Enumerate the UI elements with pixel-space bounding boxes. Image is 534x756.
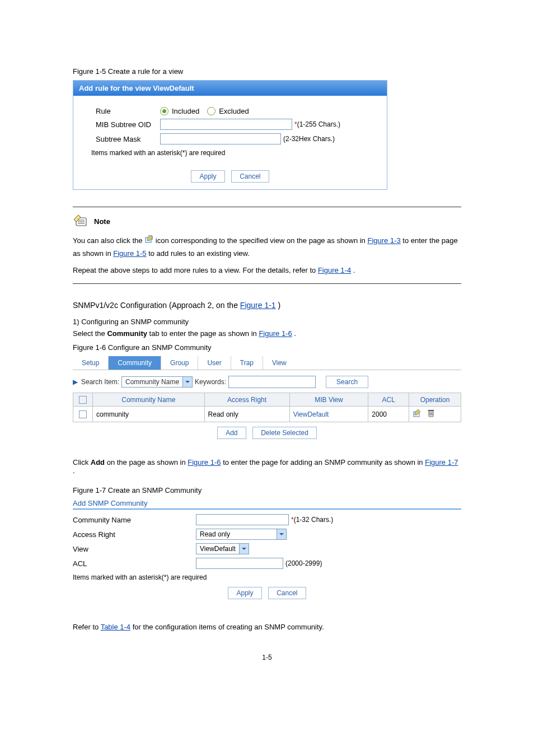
link-figure-1-6[interactable]: Figure 1-6 bbox=[259, 329, 292, 338]
row-checkbox[interactable] bbox=[79, 410, 87, 418]
acl-hint: (2000-2999) bbox=[285, 559, 322, 567]
tab-group[interactable]: Group bbox=[161, 356, 198, 370]
page-number: 1-5 bbox=[73, 654, 461, 661]
radio-included[interactable] bbox=[160, 107, 168, 115]
link-figure-1-5[interactable]: Figure 1-5 bbox=[113, 249, 146, 258]
search-item-label: Search Item: bbox=[81, 378, 119, 386]
delete-selected-button[interactable]: Delete Selected bbox=[252, 427, 317, 439]
edit-icon bbox=[144, 235, 153, 248]
panel-rule bbox=[73, 508, 461, 510]
arrow-icon: ▶ bbox=[73, 378, 78, 386]
hr bbox=[73, 207, 461, 207]
required-note-2: Items marked with an asterisk(*) are req… bbox=[73, 573, 461, 581]
community-name-label: Community Name bbox=[73, 516, 196, 524]
figure-6-caption: Figure 1-6 Configure an SNMP Community bbox=[73, 343, 461, 352]
add-rule-dialog: Add rule for the view ViewDefault Rule I… bbox=[73, 80, 387, 190]
figure-7-caption: Figure 1-7 Create an SNMP Community bbox=[73, 486, 461, 494]
delete-row-icon[interactable] bbox=[427, 409, 435, 419]
tab-community[interactable]: Community bbox=[109, 356, 161, 370]
link-figure-1-4[interactable]: Figure 1-4 bbox=[318, 266, 351, 274]
keywords-label: Keywords: bbox=[195, 378, 226, 386]
section-heading: SNMPv1/v2c Configuration (Approach 2, on… bbox=[73, 301, 461, 310]
acl-input[interactable] bbox=[196, 558, 283, 569]
cancel-button-2[interactable]: Cancel bbox=[268, 587, 306, 599]
table-row: community Read only ViewDefault 2000 bbox=[73, 407, 461, 422]
chevron-down-icon bbox=[182, 377, 192, 387]
community-name-hint: *(1-32 Chars.) bbox=[291, 516, 333, 524]
link-figure-1-3[interactable]: Figure 1-3 bbox=[367, 236, 400, 245]
search-bar: ▶ Search Item: Community Name Keywords: … bbox=[73, 370, 461, 393]
tab-user[interactable]: User bbox=[198, 356, 231, 370]
tab-setup[interactable]: Setup bbox=[73, 356, 109, 370]
link-figure-1-6-b[interactable]: Figure 1-6 bbox=[188, 458, 221, 466]
radio-excluded-label: Excluded bbox=[219, 107, 249, 115]
mask-label: Subtree Mask bbox=[96, 135, 160, 143]
panel-title: Add SNMP Community bbox=[73, 499, 461, 507]
mib-label: MIB Subtree OID bbox=[96, 120, 160, 129]
radio-included-label: Included bbox=[172, 107, 199, 115]
chevron-down-icon bbox=[277, 529, 286, 539]
apply-button-2[interactable]: Apply bbox=[228, 587, 261, 599]
community-name-input[interactable] bbox=[196, 514, 289, 525]
link-figure-1-7[interactable]: Figure 1-7 bbox=[425, 458, 458, 466]
link-figure-1-1[interactable]: Figure 1-1 bbox=[240, 301, 276, 310]
search-item-select[interactable]: Community Name bbox=[121, 376, 193, 388]
cell-community-name: community bbox=[93, 407, 205, 422]
table-ref-text: Refer to Table 1-4 for the configuration… bbox=[73, 623, 461, 631]
note-icon bbox=[73, 214, 91, 229]
view-label: View bbox=[73, 545, 196, 553]
mib-input[interactable] bbox=[160, 119, 292, 130]
note-label: Note bbox=[94, 217, 110, 226]
access-right-label: Access Right bbox=[73, 530, 196, 539]
chevron-down-icon bbox=[239, 544, 249, 554]
col-acl: ACL bbox=[368, 393, 409, 407]
tab-view[interactable]: View bbox=[263, 356, 296, 370]
hr bbox=[73, 283, 461, 284]
col-access-right: Access Right bbox=[204, 393, 289, 407]
search-button[interactable]: Search bbox=[326, 376, 368, 388]
radio-excluded[interactable] bbox=[207, 107, 216, 115]
acl-label: ACL bbox=[73, 559, 196, 568]
cancel-button[interactable]: Cancel bbox=[231, 170, 269, 183]
note-heading: Note bbox=[73, 214, 461, 229]
apply-button[interactable]: Apply bbox=[191, 170, 224, 183]
view-select[interactable]: ViewDefault bbox=[196, 543, 249, 554]
dialog-title: Add rule for the view ViewDefault bbox=[73, 81, 387, 96]
community-table: Community Name Access Right MIB View ACL… bbox=[73, 393, 461, 422]
access-right-select[interactable]: Read only bbox=[196, 529, 287, 540]
edit-row-icon[interactable] bbox=[413, 409, 421, 419]
note-body: You can also click the icon correspondin… bbox=[73, 235, 461, 277]
select-all-checkbox[interactable] bbox=[79, 396, 87, 404]
link-table-1-4[interactable]: Table 1-4 bbox=[101, 623, 130, 631]
step-1: 1) Configuring an SNMP community bbox=[73, 318, 461, 326]
step-1-sub: Select the Community tab to enter the pa… bbox=[73, 329, 461, 338]
rule-label: Rule bbox=[96, 107, 160, 115]
cell-access-right: Read only bbox=[204, 407, 289, 422]
tab-trap[interactable]: Trap bbox=[231, 356, 263, 370]
rule-radio-group: Included Excluded bbox=[160, 107, 249, 115]
required-note: Items marked with an asterisk(*) are req… bbox=[91, 149, 376, 157]
mask-input[interactable] bbox=[160, 133, 281, 144]
cell-mib-view[interactable]: ViewDefault bbox=[289, 407, 368, 422]
tab-bar: Setup Community Group User Trap View bbox=[73, 356, 461, 370]
mask-hint: (2-32Hex Chars.) bbox=[283, 135, 335, 143]
svg-rect-10 bbox=[428, 410, 434, 411]
col-community-name: Community Name bbox=[93, 393, 205, 407]
keywords-input[interactable] bbox=[228, 376, 316, 388]
step-add-text: Click Add on the page as shown in Figure… bbox=[73, 458, 461, 475]
col-operation: Operation bbox=[409, 393, 461, 407]
cell-acl: 2000 bbox=[368, 407, 409, 422]
figure-5-caption: Figure 1-5 Create a rule for a view bbox=[73, 67, 461, 76]
mib-hint: **(1-255 Chars.)(1-255 Chars.) bbox=[294, 120, 340, 128]
add-button[interactable]: Add bbox=[217, 427, 246, 439]
col-mib-view: MIB View bbox=[289, 393, 368, 407]
